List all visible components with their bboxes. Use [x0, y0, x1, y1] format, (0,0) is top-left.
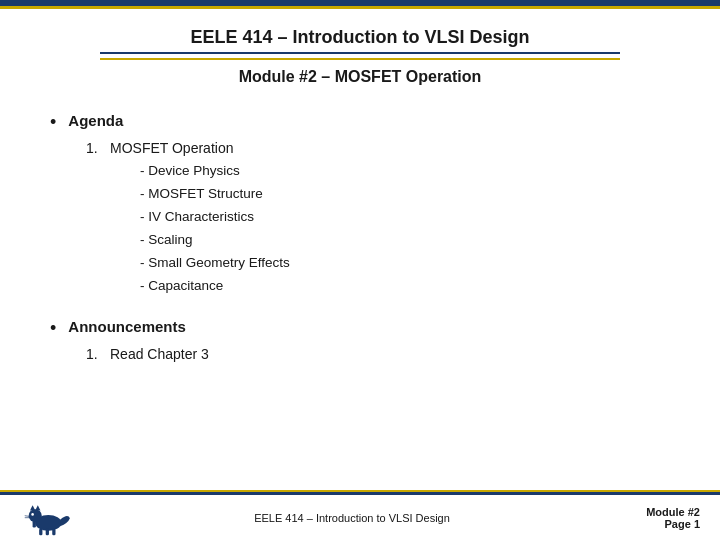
sub-item-device-physics: - Device Physics [140, 160, 670, 183]
agenda-item-1-text: MOSFET Operation [110, 140, 233, 156]
svg-rect-5 [46, 528, 49, 535]
footer: EELE 414 – Introduction to VLSI Design M… [0, 492, 720, 540]
announcements-section: • Announcements 1. Read Chapter 3 [50, 316, 670, 362]
footer-center-text: EELE 414 – Introduction to VLSI Design [74, 512, 630, 524]
svg-marker-2 [30, 505, 35, 510]
announcements-bullet-row: • Announcements [50, 316, 670, 340]
sub-item-iv-characteristics: - IV Characteristics [140, 206, 670, 229]
sub-item-capacitance: - Capacitance [140, 275, 670, 298]
svg-marker-3 [35, 505, 40, 510]
announcements-item-1-num: 1. [86, 346, 104, 362]
announcements-item-1-text: Read Chapter 3 [110, 346, 209, 362]
sub-item-mosfet-structure: - MOSFET Structure [140, 183, 670, 206]
agenda-item-1: 1. MOSFET Operation [86, 140, 670, 156]
svg-point-1 [29, 509, 42, 522]
agenda-bullet: • [50, 111, 56, 134]
footer-module: Module #2 [630, 506, 700, 518]
svg-line-10 [25, 515, 30, 516]
agenda-sub-items: - Device Physics - MOSFET Structure - IV… [140, 160, 670, 298]
gold-divider [100, 58, 620, 60]
header: EELE 414 – Introduction to VLSI Design M… [0, 9, 720, 110]
divider-line [100, 52, 620, 54]
agenda-section: • Agenda 1. MOSFET Operation - Device Ph… [50, 110, 670, 298]
slide: EELE 414 – Introduction to VLSI Design M… [0, 0, 720, 540]
sub-item-scaling: - Scaling [140, 229, 670, 252]
svg-point-8 [31, 513, 34, 516]
sub-item-small-geometry: - Small Geometry Effects [140, 252, 670, 275]
svg-rect-6 [52, 528, 55, 535]
main-title: EELE 414 – Introduction to VLSI Design [60, 27, 660, 48]
footer-gold-line [0, 490, 720, 492]
svg-rect-4 [39, 528, 42, 535]
announcements-bullet: • [50, 317, 56, 340]
subtitle: Module #2 – MOSFET Operation [60, 68, 660, 86]
agenda-bullet-row: • Agenda [50, 110, 670, 134]
agenda-item-1-num: 1. [86, 140, 104, 156]
wildcat-logo-icon [20, 500, 74, 536]
footer-page-info: Module #2 Page 1 [630, 506, 700, 530]
footer-page: Page 1 [630, 518, 700, 530]
agenda-label: Agenda [68, 110, 123, 131]
svg-rect-7 [33, 520, 36, 527]
announcements-item-1: 1. Read Chapter 3 [86, 346, 670, 362]
content: • Agenda 1. MOSFET Operation - Device Ph… [0, 110, 720, 492]
announcements-label: Announcements [68, 316, 186, 337]
